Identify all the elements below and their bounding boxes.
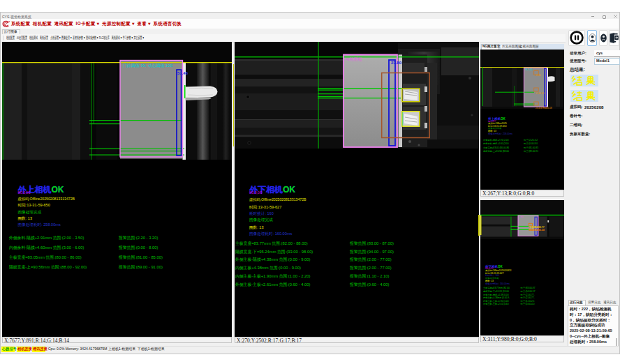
svg-text:93, 100: 93, 100 [525, 68, 533, 71]
svg-text:M5: M5 [521, 215, 524, 218]
svg-text:23,4 08 Ray31,08: 23,4 08 Ray31,08 [536, 107, 552, 109]
svg-text:53,46: 53,46 [536, 74, 541, 77]
svg-text:53,46 3,1: 53,46 3,1 [536, 92, 545, 95]
svg-text:隔膜宽度95.24: 隔膜宽度95.24 [529, 228, 545, 232]
